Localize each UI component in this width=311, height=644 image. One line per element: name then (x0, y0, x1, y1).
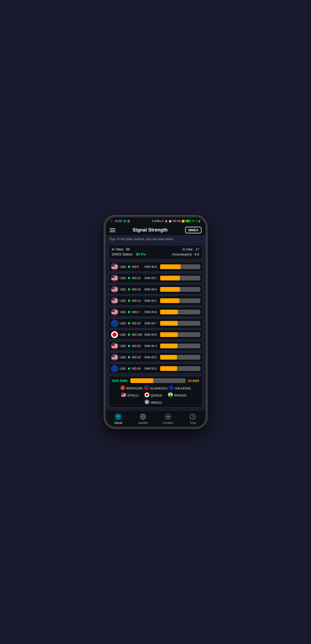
nav-label-time: Time (190, 421, 196, 424)
svg-rect-28 (111, 313, 118, 314)
nav-item-signal[interactable]: Signal (106, 411, 131, 427)
signal-bar-fill (160, 355, 177, 360)
constellation-label: QZSS(4) (151, 394, 162, 397)
use-label: USE: (120, 299, 127, 302)
svg-rect-4 (111, 268, 118, 269)
constellation-label: IRNSS(0) (174, 394, 186, 397)
signal-bar-container (160, 366, 200, 371)
constellation-flag: A (144, 399, 150, 405)
gnss-status: GNSS Status: 3D Fix (112, 252, 146, 256)
status-right: 3.1KB/s ✈ 🔇 ⏰ HD HD 📶 99 %⚡ (152, 220, 201, 223)
svg-rect-2 (111, 267, 118, 268)
constellation-flag (144, 392, 150, 398)
constellation-label: SBAS(1) (151, 401, 162, 404)
constellation-item: ASBAS(1) (144, 399, 167, 405)
gnss-accuracy: Accuracy(m): 6.6 (172, 252, 199, 256)
snr-label: SNR:26.3 (144, 344, 159, 348)
svg-point-86 (146, 394, 148, 396)
hamburger-menu[interactable] (110, 228, 115, 232)
active-dot (128, 311, 130, 313)
nav-item-time[interactable]: Time (180, 411, 205, 427)
constellation-label: GPS(11) (127, 394, 139, 397)
nav-label-location: Location (162, 421, 174, 424)
use-label: USE: (120, 367, 127, 370)
signal-bar-fill (160, 276, 180, 280)
network-speed: 3.1KB/s (152, 220, 161, 223)
nav-item-satellite[interactable]: satellite (131, 411, 156, 427)
svg-rect-84 (121, 393, 124, 395)
snr-label: SNR:29.4 (144, 288, 159, 291)
svg-rect-10 (111, 279, 118, 280)
active-dot (128, 266, 130, 268)
phone-frame: 21:02 🌐 📵 3.1KB/s ✈ 🔇 ⏰ HD HD 📶 99 %⚡ Si… (104, 216, 207, 428)
signal-bar-container (160, 287, 200, 292)
constellation-flag (169, 385, 174, 391)
svg-rect-49 (111, 343, 115, 346)
snr-label: SNR:30.8 (144, 265, 159, 268)
signal-bar-container (160, 276, 200, 280)
app-header: Signal Strength NMEA (106, 225, 205, 236)
sid-label: SID:195 (132, 333, 143, 336)
signal-bar-container (160, 310, 200, 314)
constellation-flag (121, 392, 126, 398)
gnss-card: In View: 59 In Use: 17 GNSS Status: 3D F… (108, 245, 203, 260)
avg-value: 24.8/60 (188, 379, 199, 383)
signal-bar-container (160, 332, 200, 337)
time-icon (189, 413, 196, 420)
signal-bar-fill (160, 298, 179, 303)
svg-rect-52 (111, 358, 118, 358)
sid-label: SID:26 (132, 367, 143, 370)
location-icon (164, 413, 172, 420)
svg-rect-23 (111, 298, 115, 300)
sid-label: SID:18 (132, 356, 143, 359)
svg-rect-83 (121, 396, 126, 396)
snr-label: SNR:26.8 (144, 310, 159, 314)
signal-bar-fill (160, 264, 181, 269)
svg-rect-11 (111, 275, 115, 278)
satellite-row: USE:SID:20SNR:26.3 (108, 341, 203, 351)
signal-bar-container (160, 298, 200, 303)
flag-icon (111, 320, 118, 327)
constellation-item: QZSS(4) (144, 392, 167, 398)
camera-dot (110, 220, 113, 222)
flag-icon (111, 274, 118, 282)
signal-icon (115, 413, 122, 420)
signal-bar-container (160, 344, 200, 348)
svg-rect-14 (111, 290, 118, 290)
active-dot (128, 277, 130, 279)
svg-point-43 (112, 333, 117, 337)
constellation-item: ★BEIDOU(30) (120, 385, 143, 391)
satellite-row: USE:SID:29SNR:29.4 (108, 284, 203, 294)
satellite-row: USE:SID:18SNR:25.5 (108, 352, 203, 362)
snr-label: SNR:26.7 (144, 322, 159, 325)
constellation-label: BEIDOU(30) (126, 387, 143, 390)
satellite-row: USE:SID:2SNR:26.8 (108, 307, 203, 317)
flag-icon (111, 286, 118, 293)
signal-bar-fill (160, 310, 178, 314)
constellation-flag (144, 385, 149, 391)
signal-bar-fill (160, 344, 177, 348)
satellites-container: USE:SID:5SNR:30.8USE:SID:15SNR:29.7USE:S… (108, 262, 203, 374)
sid-label: SID:13 (132, 299, 143, 302)
use-label: USE: (120, 344, 127, 348)
sid-label: SID:15 (132, 276, 143, 280)
sid-label: SID:2 (132, 310, 143, 314)
signal-bar-fill (160, 332, 178, 337)
avg-bar-fill (130, 378, 153, 383)
signal-bar-container (160, 321, 200, 326)
use-label: USE: (120, 288, 127, 291)
svg-rect-54 (111, 359, 118, 359)
nav-label-satellite: satellite (138, 421, 148, 424)
constellation-grid: ★BEIDOU(30)GLONASS(7)GALILEO(6)GPS(11)QZ… (112, 385, 199, 405)
use-label: USE: (120, 310, 127, 314)
signal-bar-container (160, 264, 200, 269)
status-time: 21:02 (115, 219, 122, 223)
satellite-row: USE:SID:15SNR:29.7 (108, 273, 203, 283)
svg-point-88 (170, 394, 171, 395)
satellite-row: USE:SID:195SNR:26.5 (108, 330, 203, 340)
flag-icon (111, 331, 118, 338)
sid-label: SID:29 (132, 288, 143, 291)
nav-item-location[interactable]: Location (156, 411, 181, 427)
svg-rect-48 (111, 347, 118, 348)
nmea-button[interactable]: NMEA (185, 227, 201, 233)
